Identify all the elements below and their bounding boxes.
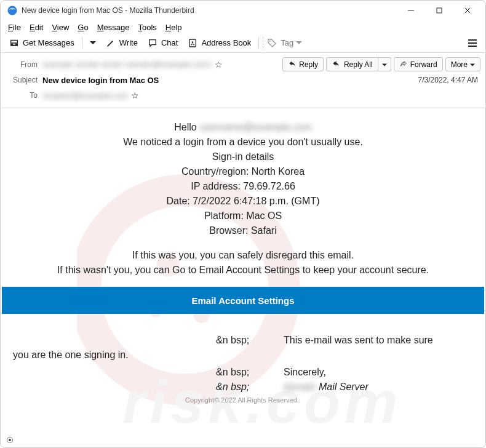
maximize-button[interactable] [425,2,453,19]
menu-file[interactable]: File [4,22,25,33]
mail-server-text: domain Mail Server [284,382,368,393]
chat-button[interactable]: Chat [143,36,183,50]
email-account-settings-button[interactable]: Email Account Settings [2,287,484,314]
reply-all-group: Reply All [326,57,391,71]
get-messages-button[interactable]: Get Messages [4,36,79,50]
chevron-down-icon [470,60,475,69]
write-button[interactable]: Write [101,36,143,50]
tag-icon [267,38,278,48]
menubar: File Edit View Go Message Tools Help [1,20,485,34]
to-label: To [6,91,38,100]
from-value: example sender email <sender@example.com… [42,60,212,69]
divider [82,38,82,49]
copyright-text: Copyright© 2022 All Rights Reserved.. [2,396,484,404]
chevron-down-icon [296,41,302,45]
sincerely-text: Sincerely, [284,367,326,378]
menu-go[interactable]: Go [74,22,92,33]
menu-tools[interactable]: Tools [134,22,160,33]
ip-line: IP address: 79.69.72.66 [2,181,484,192]
star-icon[interactable]: ☆ [131,90,139,100]
received-date: 7/3/2022, 4:47 AM [418,76,480,84]
svg-point-0 [8,6,17,15]
more-button[interactable]: More [445,57,480,71]
connection-icon[interactable] [6,436,14,446]
disregard-line: If this was you, you can safely disregar… [2,250,484,261]
star-icon[interactable]: ☆ [215,60,223,70]
country-line: Country/region: North Korea [2,166,484,177]
svg-point-16 [9,439,11,441]
menu-view[interactable]: View [48,22,73,33]
thunderbird-icon [7,5,18,16]
address-book-button[interactable]: Address Book [183,36,256,50]
message-pane: risk.com Hello username@example.com We n… [1,108,485,448]
menu-message[interactable]: Message [94,22,133,33]
svg-point-6 [192,41,194,43]
from-label: From [6,60,38,69]
reply-label: Reply [299,60,318,69]
subject-label: Subject [6,76,38,84]
reply-all-dropdown[interactable] [378,57,391,71]
signin-details-title: Sign-in details [2,151,484,162]
message-headers: From example sender email <sender@exampl… [1,53,485,108]
menu-help[interactable]: Help [162,22,186,33]
write-label: Write [119,38,138,47]
hamburger-icon [468,39,477,47]
menu-edit[interactable]: Edit [26,22,47,33]
signing-in-text: you are the one signing in. [13,350,473,361]
chevron-down-icon [90,41,96,45]
address-book-label: Address Book [201,38,251,47]
statusbar [1,434,485,447]
browser-line: Browser: Safari [2,225,484,236]
close-button[interactable] [453,2,482,19]
nbsp-text: &n bsp; [216,382,253,393]
subject-value: New device login from Mac OS [42,76,159,85]
reply-all-label: Reply All [344,60,373,69]
notice-line: We noticed a login from a device you don… [2,137,484,148]
divider [258,38,259,49]
tag-button[interactable]: Tag [263,36,307,50]
reply-button[interactable]: Reply [282,57,324,71]
forward-button[interactable]: Forward [394,57,443,71]
reply-all-button[interactable]: Reply All [326,57,378,71]
secure-line: If this wasn't you, you can Go to Email … [2,265,484,276]
pencil-icon [106,38,117,48]
date-line: Date: 7/2/2022 6:47:18 p.m. (GMT) [2,196,484,207]
app-menu-button[interactable] [463,39,482,47]
get-messages-dropdown[interactable] [85,39,101,47]
hello-line: Hello username@example.com [2,122,484,133]
to-value: recipient@example.com [42,91,129,100]
address-book-icon [188,38,199,48]
nbsp-text: &n bsp; [216,335,253,346]
svg-rect-2 [437,8,442,13]
chat-icon [148,38,159,48]
svg-point-7 [269,40,271,41]
chat-label: Chat [161,38,178,47]
reply-icon [288,60,297,69]
titlebar: New device login from Mac OS - Mozilla T… [1,1,485,20]
sent-sure-text: This e-mail was sent to make sure [284,335,433,346]
toolbar: Get Messages Write Chat Address Book Tag [1,34,485,53]
forward-label: Forward [410,60,437,69]
minimize-button[interactable] [397,2,425,19]
get-messages-label: Get Messages [23,38,74,47]
forward-icon [399,60,408,69]
platform-line: Platform: Mac OS [2,210,484,222]
inbox-icon [9,38,20,48]
tag-label: Tag [281,38,293,47]
chevron-down-icon [382,60,387,69]
reply-all-icon [332,60,341,69]
more-label: More [451,60,468,69]
window-title: New device login from Mac OS - Mozilla T… [22,6,397,15]
footer-block: &n bsp; This e-mail was sent to make sur… [2,318,484,393]
nbsp-text: &n bsp; [216,367,253,378]
